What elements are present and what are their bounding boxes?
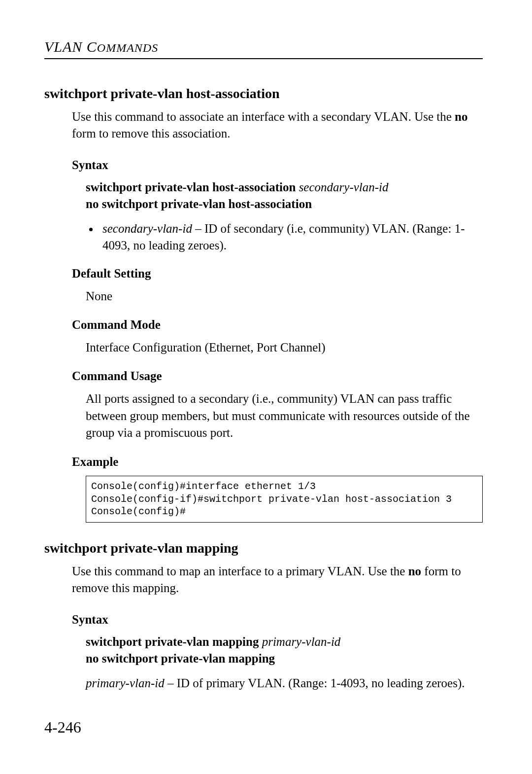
usage-label-1: Command Usage	[72, 368, 483, 385]
section-body-1: Use this command to associate an interfa…	[72, 108, 483, 523]
section-title-1: switchport private-vlan host-association	[44, 86, 483, 102]
syntax-lines-1: switchport private-vlan host-association…	[86, 179, 483, 212]
param2-italic: primary-vlan-id	[86, 676, 165, 690]
default-value-1: None	[86, 288, 483, 305]
syntax-label-2: Syntax	[72, 611, 483, 628]
running-header: VLAN COMMANDS	[44, 38, 483, 59]
section-title-2: switchport private-vlan mapping	[44, 540, 483, 556]
example-label-1: Example	[72, 454, 483, 470]
syntax-line-1: switchport private-vlan host-association…	[86, 179, 483, 196]
param-list-1: secondary-vlan-id – ID of secondary (i.e…	[86, 220, 483, 254]
intro-pre-2: Use this command to map an interface to …	[72, 564, 408, 578]
syntax-lines-2: switchport private-vlan mapping primary-…	[86, 633, 483, 667]
intro-bold: no	[455, 110, 467, 123]
section-body-2: Use this command to map an interface to …	[72, 563, 483, 692]
syntax-line-2b: no switchport private-vlan mapping	[86, 650, 483, 667]
mode-value-1: Interface Configuration (Ethernet, Port …	[86, 339, 483, 356]
syntax2b-bold: no switchport private-vlan mapping	[86, 652, 275, 665]
header-main: VLAN C	[44, 38, 97, 55]
intro-pre: Use this command to associate an interfa…	[72, 110, 455, 123]
syntax1b-bold: switchport private-vlan mapping	[86, 635, 259, 648]
usage-value-1: All ports assigned to a secondary (i.e.,…	[86, 390, 483, 442]
param2-rest: – ID of primary VLAN. (Range: 1-4093, no…	[165, 676, 465, 690]
syntax1b-italic: primary-vlan-id	[259, 635, 340, 648]
param-block-2: primary-vlan-id – ID of primary VLAN. (R…	[86, 675, 483, 692]
intro-bold-2: no	[408, 564, 421, 578]
syntax1-italic: secondary-vlan-id	[296, 180, 388, 194]
page-number: 4-246	[44, 718, 81, 737]
syntax-line-1b: switchport private-vlan mapping primary-…	[86, 633, 483, 650]
intro-post: form to remove this association.	[72, 127, 230, 140]
default-label-1: Default Setting	[72, 265, 483, 282]
syntax-label-1: Syntax	[72, 157, 483, 174]
intro-1: Use this command to associate an interfa…	[72, 108, 483, 142]
syntax2-bold: no switchport private-vlan host-associat…	[86, 197, 312, 211]
syntax-line-2: no switchport private-vlan host-associat…	[86, 196, 483, 212]
param-italic: secondary-vlan-id	[102, 222, 192, 235]
page: VLAN COMMANDS switchport private-vlan ho…	[0, 0, 532, 692]
intro-2: Use this command to map an interface to …	[72, 563, 483, 597]
mode-label-1: Command Mode	[72, 317, 483, 333]
syntax1-bold: switchport private-vlan host-association	[86, 180, 296, 194]
header-sub: OMMANDS	[97, 41, 158, 54]
list-item: secondary-vlan-id – ID of secondary (i.e…	[100, 220, 483, 254]
example-code-1: Console(config)#interface ethernet 1/3 C…	[86, 476, 483, 523]
